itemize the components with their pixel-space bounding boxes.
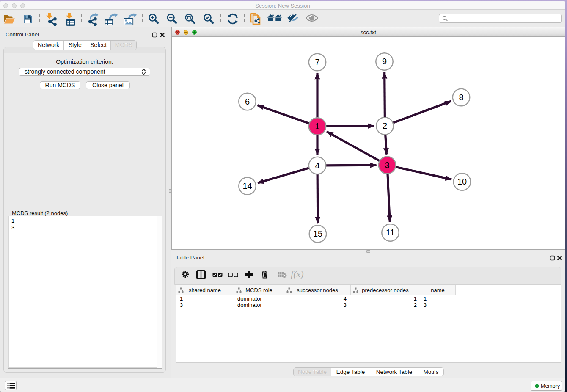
svg-text:4: 4 [315, 161, 319, 170]
svg-text:11: 11 [386, 228, 395, 237]
svg-text:3: 3 [385, 160, 389, 170]
svg-text:1: 1 [315, 121, 319, 131]
svg-text:9: 9 [382, 57, 387, 66]
svg-text:10: 10 [457, 177, 467, 186]
svg-text:2: 2 [383, 121, 387, 130]
svg-text:8: 8 [459, 93, 463, 102]
svg-text:7: 7 [315, 58, 319, 67]
svg-text:14: 14 [242, 181, 252, 190]
svg-text:15: 15 [313, 229, 322, 238]
svg-text:6: 6 [245, 97, 250, 106]
